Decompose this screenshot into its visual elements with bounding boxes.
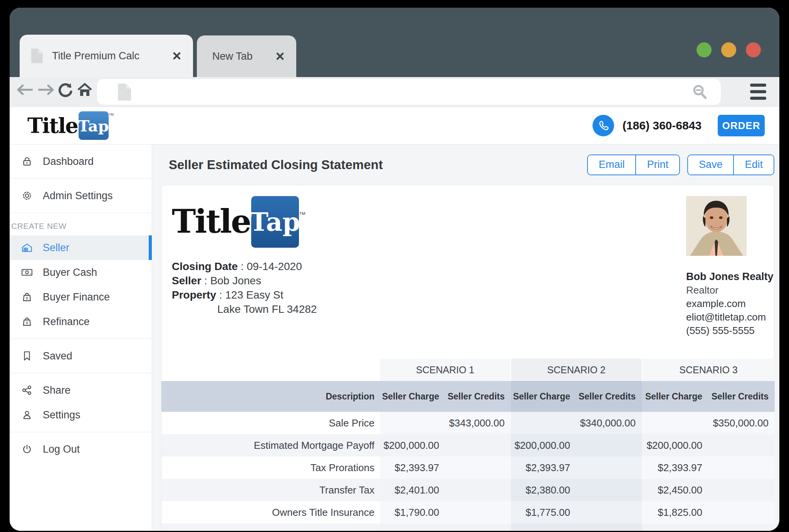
row-value — [576, 501, 642, 524]
save-button[interactable]: Save — [688, 155, 734, 175]
window-controls — [697, 42, 761, 57]
column-header: Seller Charge — [380, 381, 445, 412]
table-row: Estimated Mortgage Payoff$200,000.00$200… — [161, 434, 775, 456]
row-value — [708, 479, 775, 501]
sidebar-item-saved[interactable]: Saved — [10, 344, 152, 368]
house-icon — [21, 242, 33, 253]
sidebar-item-buyer-finance[interactable]: $Buyer Finance — [10, 285, 152, 309]
sidebar-item-admin-settings[interactable]: Admin Settings — [10, 183, 152, 208]
close-icon[interactable] — [172, 51, 181, 60]
row-value — [576, 524, 642, 531]
window-control-red[interactable] — [746, 42, 761, 57]
sidebar-item-label: Admin Settings — [43, 190, 113, 202]
scenario-header: SCENARIO 3 — [642, 359, 775, 381]
sidebar-item-label: Buyer Finance — [43, 291, 110, 303]
page-title: Seller Estimated Closing Statement — [169, 158, 383, 172]
window-control-green[interactable] — [697, 42, 712, 57]
close-icon[interactable] — [275, 52, 285, 61]
row-value — [511, 412, 576, 434]
sidebar-item-label: Settings — [43, 409, 81, 421]
sidebar-item-share[interactable]: Share — [10, 378, 152, 403]
sidebar-item-dashboard[interactable]: Dashboard — [10, 149, 152, 174]
sidebar-divider — [10, 373, 152, 373]
header-actions: EmailPrintSaveEdit — [587, 154, 774, 175]
row-value — [380, 524, 445, 531]
power-icon — [21, 444, 33, 455]
row-value — [445, 479, 511, 501]
forward-icon[interactable] — [37, 81, 55, 99]
bag-icon: $ — [21, 292, 33, 302]
page-icon — [118, 84, 131, 101]
row-value — [445, 501, 511, 524]
statement-fields: Closing Date : 09-14-2020Seller : Bob Jo… — [172, 259, 317, 316]
order-button[interactable]: ORDER — [718, 115, 765, 136]
header-phone-number: (186) 360-6843 — [623, 119, 702, 132]
hamburger-icon[interactable] — [750, 83, 766, 100]
closing-statement-card: Title Tap ™ Closing Date : 09-14-2020Sel… — [161, 185, 774, 531]
table-row — [161, 524, 775, 531]
email-button[interactable]: Email — [588, 155, 636, 175]
svg-text:$: $ — [26, 296, 28, 300]
column-header: Seller Charge — [511, 381, 576, 412]
page-icon — [31, 49, 43, 63]
sidebar-item-settings[interactable]: Settings — [10, 403, 152, 427]
window-control-orange[interactable] — [721, 42, 736, 57]
bag-icon: $ — [21, 316, 33, 327]
row-value — [576, 434, 642, 456]
row-value — [445, 456, 511, 479]
bookmark-icon — [21, 351, 33, 361]
print-button[interactable]: Print — [635, 155, 679, 175]
tab-new-tab[interactable]: New Tab — [197, 35, 296, 77]
tab-strip: Title Premium Calc New Tab — [20, 35, 296, 77]
table-row: Tax Prorations$2,393.97$2,393.97$2,393.9… — [161, 456, 775, 479]
row-value: $2,393.97 — [642, 456, 708, 479]
sidebar-nav: DashboardAdmin SettingsCREATE NEWSellerB… — [10, 144, 152, 531]
sidebar-item-log-out[interactable]: Log Out — [10, 437, 152, 462]
row-value: $1,825.00 — [642, 501, 708, 524]
row-value: $1,775.00 — [511, 501, 576, 524]
logo-trademark: ™ — [109, 112, 114, 118]
phone-icon — [593, 115, 614, 136]
browser-chrome: Title Premium Calc New Tab — [10, 8, 779, 77]
tab-title-premium-calc[interactable]: Title Premium Calc — [20, 35, 193, 77]
gear-icon — [21, 190, 33, 201]
share-icon — [21, 385, 33, 396]
cash-icon — [21, 268, 33, 277]
screenshot-canvas: Title Premium Calc New Tab — [0, 0, 789, 532]
statement-field: Lake Town FL 34282 — [172, 302, 317, 316]
action-button-group: EmailPrint — [587, 154, 680, 175]
realtor-role: Realtor — [686, 284, 779, 297]
table-row: Owners Title Insurance$1,790.00$1,775.00… — [161, 501, 775, 524]
sidebar-item-seller[interactable]: Seller — [10, 235, 152, 260]
statement-field: Property : 123 Easy St — [172, 288, 317, 302]
statement-field: Closing Date : 09-14-2020 — [172, 259, 317, 274]
edit-button[interactable]: Edit — [733, 155, 774, 175]
logo-text-title: Title — [27, 111, 78, 140]
search-icon[interactable] — [692, 84, 708, 100]
row-value: $2,450.00 — [642, 479, 708, 501]
sidebar-item-refinance[interactable]: $Refinance — [10, 309, 152, 334]
row-value: $200,000.00 — [642, 434, 708, 456]
sidebar-item-buyer-cash[interactable]: Buyer Cash — [10, 260, 152, 285]
row-value — [642, 524, 708, 531]
home-icon[interactable] — [76, 81, 94, 99]
row-description: Estimated Mortgage Payoff — [161, 434, 380, 456]
realtor-name: Bob Jones Realty — [686, 270, 779, 284]
statement-titletap-logo: Title Tap ™ — [172, 196, 306, 248]
row-value — [708, 434, 775, 456]
header-phone-link[interactable]: (186) 360-6843 — [593, 115, 702, 136]
realtor-headshot-photo — [686, 196, 747, 256]
sidebar-item-label: Saved — [43, 350, 72, 362]
row-value: $340,000.00 — [576, 412, 642, 434]
row-value — [445, 434, 511, 456]
url-bar[interactable] — [97, 79, 721, 105]
refresh-icon[interactable] — [57, 81, 74, 99]
sidebar-item-label: Buyer Cash — [43, 267, 97, 279]
row-value: $2,401.00 — [380, 479, 445, 501]
row-value — [576, 479, 642, 501]
site-header: Title Tap ™ (186) 360-6843 ORDER — [10, 107, 779, 144]
titletap-logo[interactable]: Title Tap ™ — [27, 111, 114, 140]
back-icon[interactable] — [16, 81, 34, 99]
column-header: Seller Charge — [642, 381, 708, 412]
row-value — [708, 501, 775, 524]
